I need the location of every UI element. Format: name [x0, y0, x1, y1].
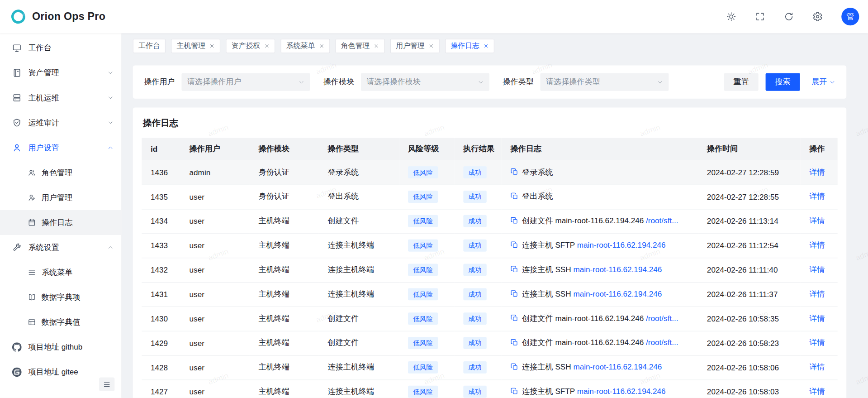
tab-close-icon[interactable]: [374, 43, 379, 48]
sidebar-subitem-5-2[interactable]: 数据字典值: [0, 310, 121, 335]
app-logo: Orion Ops Pro: [10, 8, 105, 25]
detail-link[interactable]: 详情: [809, 216, 825, 225]
cell-type: 连接主机终端: [319, 355, 399, 379]
expand-toggle[interactable]: 展开: [811, 77, 835, 87]
avatar[interactable]: 管: [841, 8, 859, 25]
risk-badge: 低风险: [408, 191, 438, 203]
detail-link[interactable]: 详情: [809, 314, 825, 323]
log-text: 连接主机 SSH: [522, 265, 573, 274]
filter-label: 操作模块: [323, 77, 355, 87]
sidebar-item-1[interactable]: 资产管理: [0, 60, 121, 85]
tab-label: 角色管理: [341, 41, 370, 51]
detail-link[interactable]: 详情: [809, 167, 825, 176]
cell-module: 主机终端: [250, 282, 319, 307]
sidebar-collapse-button[interactable]: [99, 377, 114, 391]
copy-icon: [510, 241, 518, 250]
cell-type: 连接主机终端: [319, 282, 399, 307]
log-link[interactable]: main-root-116.62.194.246: [573, 265, 662, 274]
cell-log: 创建文件 main-root-116.62.194.246 /root/sft.…: [502, 331, 698, 355]
table-row: 1436admin身份认证登录系统低风险成功登录系统2024-02-27 12:…: [142, 160, 837, 185]
detail-link[interactable]: 详情: [809, 362, 825, 371]
tab-2[interactable]: 资产授权: [226, 38, 275, 53]
tab-4[interactable]: 角色管理: [336, 38, 385, 53]
filter-select-0[interactable]: 请选择操作用户: [181, 73, 310, 91]
theme-icon[interactable]: [726, 12, 736, 22]
col-header-6: 操作日志: [502, 138, 698, 160]
sidebar-subitem-4-1[interactable]: 用户管理: [0, 185, 121, 210]
sidebar-subitem-4-2[interactable]: 操作日志: [0, 210, 121, 235]
sidebar-subitem-5-1[interactable]: 数据字典项: [0, 285, 121, 310]
cell-type: 创建文件: [319, 331, 399, 355]
sidebar-subitem-5-0[interactable]: 系统菜单: [0, 260, 121, 285]
cell-id: 1427: [142, 379, 180, 398]
copy-icon: [510, 363, 518, 373]
table-row: 1433user主机终端连接主机终端低风险成功连接主机 SFTP main-ro…: [142, 233, 837, 258]
tab-label: 系统菜单: [286, 41, 315, 51]
search-button[interactable]: 搜索: [766, 73, 800, 91]
cell-action: 详情: [801, 307, 838, 331]
filter-select-1[interactable]: 请选择操作模块: [361, 73, 489, 91]
risk-badge: 低风险: [408, 166, 438, 178]
header-actions: 管: [726, 8, 859, 25]
sidebar-item-0[interactable]: 工作台: [0, 35, 121, 60]
log-link[interactable]: /root/sft...: [646, 216, 678, 225]
log-link[interactable]: main-root-116.62.194.246: [577, 387, 666, 396]
tab-6[interactable]: 操作日志: [445, 38, 494, 53]
select-placeholder: 请选择操作用户: [187, 77, 295, 87]
sidebar-item-5[interactable]: 系统设置: [0, 235, 121, 260]
expand-label: 展开: [811, 77, 827, 87]
app-root: Orion Ops Pro 管 工作台资产管理主机运维运维审计用户设置角色管理用…: [0, 0, 868, 398]
tab-1[interactable]: 主机管理: [171, 38, 220, 53]
cell-result: 成功: [455, 160, 502, 185]
filter-label: 操作用户: [144, 77, 175, 87]
sidebar-item-6[interactable]: 项目地址 github: [0, 335, 121, 360]
chevron-down-icon: [107, 95, 113, 101]
log-link[interactable]: main-root-116.62.194.246: [573, 362, 662, 371]
detail-link[interactable]: 详情: [809, 265, 825, 274]
filter-select-2[interactable]: 请选择操作类型: [540, 73, 669, 91]
dict-value-icon: [28, 318, 36, 326]
reset-button[interactable]: 重置: [724, 73, 759, 91]
detail-link[interactable]: 详情: [809, 192, 825, 201]
tab-5[interactable]: 用户管理: [390, 38, 440, 53]
cell-log: 连接主机 SSH main-root-116.62.194.246: [502, 282, 698, 307]
sidebar-item-label: 工作台: [28, 43, 51, 53]
result-badge: 成功: [463, 166, 486, 178]
detail-link[interactable]: 详情: [809, 240, 825, 249]
sidebar-item-2[interactable]: 主机运维: [0, 85, 121, 110]
detail-link[interactable]: 详情: [809, 289, 825, 298]
log-link[interactable]: main-root-116.62.194.246: [577, 240, 666, 249]
sidebar-item-label: 系统设置: [28, 242, 59, 252]
copy-icon: [510, 339, 518, 348]
sidebar-item-4[interactable]: 用户设置: [0, 135, 121, 160]
log-text: 登出系统: [522, 192, 553, 201]
result-badge: 成功: [463, 191, 486, 203]
risk-badge: 低风险: [408, 215, 438, 227]
sidebar-item-label: 项目地址 github: [28, 342, 82, 352]
cell-action: 详情: [801, 185, 838, 209]
detail-link[interactable]: 详情: [809, 387, 825, 396]
tab-close-icon[interactable]: [264, 43, 270, 48]
tab-close-icon[interactable]: [209, 43, 215, 48]
cell-result: 成功: [455, 331, 502, 355]
log-link[interactable]: /root/sft...: [646, 314, 678, 323]
sidebar-item-3[interactable]: 运维审计: [0, 110, 121, 135]
cell-type: 连接主机终端: [319, 379, 399, 398]
tab-close-icon[interactable]: [428, 43, 434, 48]
fullscreen-icon[interactable]: [755, 12, 765, 22]
menu-icon: [28, 268, 36, 276]
log-link[interactable]: main-root-116.62.194.246: [573, 289, 662, 298]
gitee-icon: [12, 367, 22, 377]
log-link[interactable]: /root/sft...: [646, 338, 678, 347]
tab-close-icon[interactable]: [319, 43, 324, 48]
cell-time: 2024-02-27 12:28:59: [698, 160, 800, 185]
chevron-down-icon: [107, 120, 113, 125]
tab-0[interactable]: 工作台: [133, 38, 166, 53]
detail-link[interactable]: 详情: [809, 338, 825, 347]
settings-icon[interactable]: [813, 12, 823, 22]
tab-close-icon[interactable]: [483, 43, 489, 48]
tab-3[interactable]: 系统菜单: [280, 38, 330, 53]
sidebar-item-label: 用户设置: [28, 143, 59, 153]
sidebar-subitem-4-0[interactable]: 角色管理: [0, 160, 121, 185]
refresh-icon[interactable]: [784, 12, 794, 22]
